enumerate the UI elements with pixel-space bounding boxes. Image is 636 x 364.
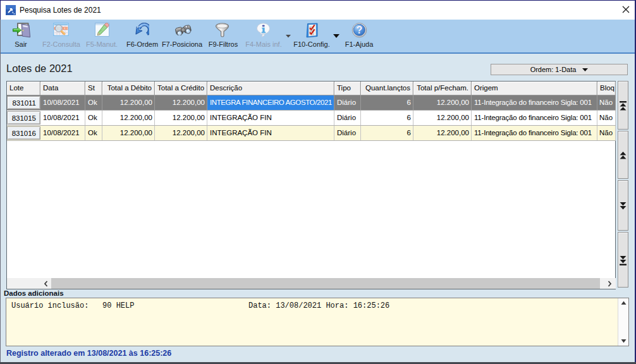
svg-text:?: ?	[356, 25, 362, 35]
